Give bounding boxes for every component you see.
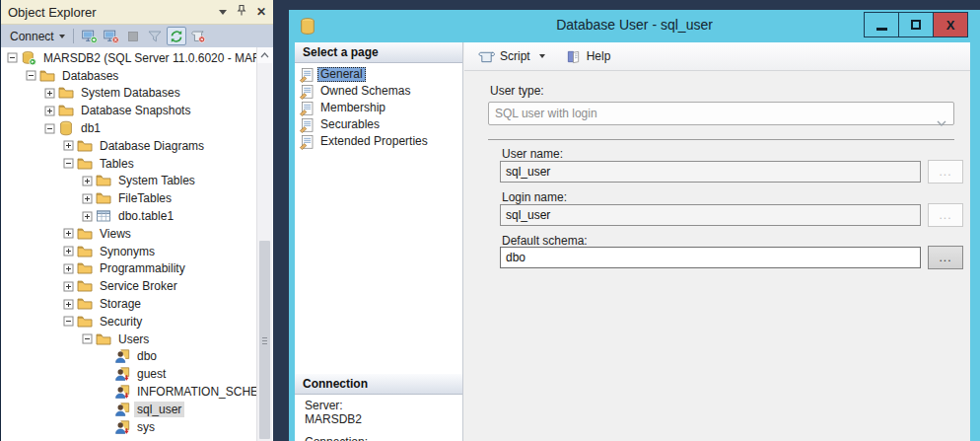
user-name-browse-button[interactable]: ... [928,160,963,184]
expand-icon[interactable] [63,281,74,292]
folder-icon [77,314,93,330]
page-item-membership[interactable]: Membership [295,100,462,116]
script-error-button[interactable] [188,27,208,45]
script-button[interactable]: Script [473,46,554,67]
collapse-icon[interactable] [82,333,93,344]
object-explorer-titlebar: Object Explorer ✕ [1,0,273,25]
monitor-plus-icon [82,29,98,44]
server-label: Server: [305,399,343,412]
login-name-field[interactable]: sql_user [500,204,921,226]
general-page-form: User type: SQL user with login User name… [464,71,970,441]
tree-item-programmability[interactable]: Programmability [1,260,256,278]
chevron-down-icon [59,35,65,38]
close-button[interactable]: X [933,12,968,37]
select-a-page-header: Select a page [295,42,462,63]
page-icon [299,67,315,83]
tree-item-dbo-table1[interactable]: dbo.table1 [1,207,256,225]
collapse-icon[interactable] [7,52,18,63]
page-item-owned-schemas[interactable]: Owned Schemas [295,83,462,100]
page-item-securables[interactable]: Securables [295,116,462,133]
user-type-select[interactable]: SQL user with login [488,102,954,125]
expand-icon[interactable] [63,263,74,274]
page-item-extended-properties[interactable]: Extended Properties [295,133,462,150]
tree-scrollbar[interactable] [256,47,272,441]
tree-item-databases[interactable]: Databases [1,67,256,85]
folder-icon [58,85,74,101]
tree-item-information-schem[interactable]: INFORMATION_SCHEM [1,383,256,401]
collapse-icon[interactable] [63,316,74,327]
tree-item-marsdb2-sql-server-11-0-6020-marsd[interactable]: MARSDB2 (SQL Server 11.0.6020 - MARSD [1,49,256,67]
stop-button[interactable] [123,27,143,45]
page-icon [299,117,315,133]
collapse-icon[interactable] [26,70,36,81]
page-item-general[interactable]: General [295,66,462,83]
close-panel-icon[interactable]: ✕ [256,6,266,18]
folder-icon [77,156,93,172]
tree-item-system-tables[interactable]: System Tables [1,173,256,190]
tree-item-storage[interactable]: Storage [1,295,256,313]
tree-item-views[interactable]: Views [1,225,256,243]
default-schema-browse-button[interactable]: ... [928,246,963,269]
tree-item-database-diagrams[interactable]: Database Diagrams [1,137,256,155]
tree-item-system-databases[interactable]: System Databases [1,85,256,103]
minimize-button[interactable] [864,12,899,37]
expand-icon[interactable] [63,246,74,257]
tree-item-label: Service Broker [97,278,180,294]
filter-button[interactable] [145,27,165,45]
user-type-label: User type: [490,84,544,98]
server-value: MARSDB2 [305,412,362,426]
tree-item-label: Database Diagrams [97,138,207,154]
help-button[interactable]: Help [560,46,616,67]
tree-item-tables[interactable]: Tables [1,155,256,173]
monitor-x-icon [104,29,119,44]
disconnect-button[interactable] [102,27,121,45]
object-explorer-panel: Object Explorer ✕ Connect MARSDB2 (SQL S… [0,0,273,441]
tree-item-database-snapshots[interactable]: Database Snapshots [1,102,256,119]
connect-button[interactable]: Connect [6,28,69,45]
tree-item-label: System Tables [115,173,198,188]
tree-item-guest[interactable]: guest [1,365,256,383]
pin-icon[interactable] [236,4,247,20]
expand-icon[interactable] [63,140,74,151]
tree-item-sys[interactable]: sys [1,418,256,436]
tree-item-label: dbo.table1 [115,208,176,224]
scrollbar-up-icon[interactable] [257,47,272,63]
connection-label: Connection: [305,435,368,441]
expand-icon[interactable] [63,299,74,310]
refresh-button[interactable] [167,27,186,45]
dialog-titlebar[interactable]: Database User - sql_user X [289,10,980,42]
default-schema-label: Default schema: [502,234,588,248]
login-name-browse-button[interactable]: ... [928,203,963,227]
server-icon [21,50,36,66]
tree-item-label: sys [134,419,158,435]
default-schema-field[interactable]: dbo [500,247,921,268]
tree-item-users[interactable]: Users [1,331,256,348]
tree-item-dbo[interactable]: dbo [1,348,256,366]
tree-item-synonyms[interactable]: Synonyms [1,243,256,260]
expand-icon[interactable] [82,193,93,204]
tree-item-sql-user[interactable]: sql_user [1,401,256,418]
window-position-menu-icon[interactable] [219,10,227,15]
scroll-x-icon [190,29,206,44]
close-icon: X [946,18,955,33]
tree-item-db1[interactable]: db1 [1,119,256,137]
tree-item-label: Storage [97,296,144,312]
connect-server-button[interactable] [80,27,100,45]
expand-icon[interactable] [82,211,93,222]
tree-item-service-broker[interactable]: Service Broker [1,277,256,295]
scrollbar-thumb[interactable] [259,241,270,439]
scrollbar-grip-icon [262,337,267,344]
maximize-button[interactable] [898,12,934,37]
user-disabled-icon [114,366,130,382]
tree-item-security[interactable]: Security [1,313,256,331]
tree-item-filetables[interactable]: FileTables [1,189,256,207]
expand-icon[interactable] [44,106,55,116]
collapse-icon[interactable] [63,158,74,169]
user-name-field[interactable]: sql_user [500,161,921,183]
collapse-icon[interactable] [44,123,55,134]
expand-icon[interactable] [63,228,74,239]
tree-item-label: Programmability [97,260,188,276]
expand-icon[interactable] [44,88,55,99]
folder-icon [39,68,55,84]
expand-icon[interactable] [82,176,93,186]
